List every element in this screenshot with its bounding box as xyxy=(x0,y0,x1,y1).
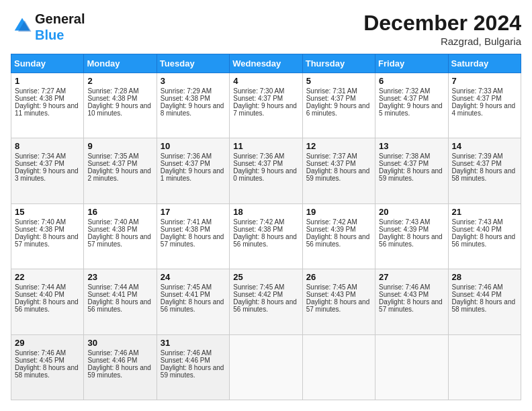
day-number: 13 xyxy=(379,141,444,151)
day-number: 29 xyxy=(15,338,80,348)
sunrise-label: Sunrise: 7:45 AM xyxy=(161,283,212,291)
table-cell xyxy=(302,334,375,400)
sunset-label: Sunset: 4:45 PM xyxy=(15,357,64,364)
logo-general: General xyxy=(35,11,85,27)
day-number: 4 xyxy=(233,76,298,86)
sunrise-label: Sunrise: 7:42 AM xyxy=(233,218,284,226)
sunset-label: Sunset: 4:37 PM xyxy=(161,160,210,167)
day-number: 24 xyxy=(161,272,226,282)
daylight-label: Daylight: 8 hours and 57 minutes. xyxy=(15,233,79,248)
table-cell: 27 Sunrise: 7:46 AM Sunset: 4:43 PM Dayl… xyxy=(375,269,448,334)
header-friday: Friday xyxy=(375,54,448,73)
day-number: 2 xyxy=(87,76,152,86)
sunset-label: Sunset: 4:41 PM xyxy=(161,291,210,298)
day-number: 19 xyxy=(306,207,371,217)
table-cell: 4 Sunrise: 7:30 AM Sunset: 4:37 PM Dayli… xyxy=(230,73,302,138)
header-sunday: Sunday xyxy=(11,54,84,73)
sunrise-label: Sunrise: 7:41 AM xyxy=(161,218,212,226)
daylight-label: Daylight: 9 hours and 6 minutes. xyxy=(306,102,370,117)
sunset-label: Sunset: 4:39 PM xyxy=(379,226,429,233)
sunset-label: Sunset: 4:37 PM xyxy=(87,160,137,167)
day-number: 8 xyxy=(15,141,80,151)
table-cell: 30 Sunrise: 7:46 AM Sunset: 4:46 PM Dayl… xyxy=(84,334,157,400)
daylight-label: Daylight: 8 hours and 59 minutes. xyxy=(87,364,151,379)
sunset-label: Sunset: 4:42 PM xyxy=(233,291,283,298)
logo: General Blue xyxy=(11,11,85,43)
sunrise-label: Sunrise: 7:40 AM xyxy=(15,218,66,226)
daylight-label: Daylight: 8 hours and 59 minutes. xyxy=(161,364,224,379)
table-cell: 22 Sunrise: 7:44 AM Sunset: 4:40 PM Dayl… xyxy=(11,269,84,334)
table-cell: 23 Sunrise: 7:44 AM Sunset: 4:41 PM Dayl… xyxy=(84,269,157,334)
daylight-label: Daylight: 8 hours and 58 minutes. xyxy=(452,167,516,182)
sunrise-label: Sunrise: 7:30 AM xyxy=(233,87,284,95)
day-number: 5 xyxy=(306,76,371,86)
table-cell: 20 Sunrise: 7:43 AM Sunset: 4:39 PM Dayl… xyxy=(375,203,448,269)
daylight-label: Daylight: 9 hours and 11 minutes. xyxy=(15,102,79,117)
sunrise-label: Sunrise: 7:44 AM xyxy=(87,283,138,291)
day-number: 30 xyxy=(87,338,152,348)
day-number: 3 xyxy=(161,76,226,86)
sunrise-label: Sunrise: 7:46 AM xyxy=(87,349,138,357)
location: Razgrad, Bulgaria xyxy=(363,36,521,47)
sunrise-label: Sunrise: 7:43 AM xyxy=(379,218,430,226)
header-monday: Monday xyxy=(84,54,157,73)
daylight-label: Daylight: 8 hours and 56 minutes. xyxy=(452,233,516,248)
day-number: 7 xyxy=(452,76,517,86)
sunrise-label: Sunrise: 7:40 AM xyxy=(87,218,138,226)
sunset-label: Sunset: 4:37 PM xyxy=(233,95,283,102)
daylight-label: Daylight: 9 hours and 4 minutes. xyxy=(452,102,516,117)
day-number: 20 xyxy=(379,207,444,217)
sunrise-label: Sunrise: 7:36 AM xyxy=(161,152,212,160)
sunrise-label: Sunrise: 7:36 AM xyxy=(233,152,284,160)
sunrise-label: Sunrise: 7:45 AM xyxy=(233,283,284,291)
table-cell xyxy=(375,334,448,400)
daylight-label: Daylight: 8 hours and 56 minutes. xyxy=(379,233,443,248)
daylight-label: Daylight: 9 hours and 0 minutes. xyxy=(233,167,297,182)
daylight-label: Daylight: 9 hours and 7 minutes. xyxy=(233,102,297,117)
sunset-label: Sunset: 4:37 PM xyxy=(452,160,502,167)
day-number: 17 xyxy=(161,207,226,217)
table-cell: 1 Sunrise: 7:27 AM Sunset: 4:38 PM Dayli… xyxy=(11,73,84,138)
sunset-label: Sunset: 4:37 PM xyxy=(379,160,429,167)
day-number: 12 xyxy=(306,141,371,151)
table-cell: 21 Sunrise: 7:43 AM Sunset: 4:40 PM Dayl… xyxy=(448,203,521,269)
table-cell: 24 Sunrise: 7:45 AM Sunset: 4:41 PM Dayl… xyxy=(157,269,229,334)
day-number: 31 xyxy=(161,338,226,348)
sunrise-label: Sunrise: 7:32 AM xyxy=(379,87,430,95)
daylight-label: Daylight: 8 hours and 56 minutes. xyxy=(161,298,224,313)
day-number: 10 xyxy=(161,141,226,151)
header-thursday: Thursday xyxy=(302,54,375,73)
daylight-label: Daylight: 9 hours and 3 minutes. xyxy=(15,167,79,182)
day-number: 18 xyxy=(233,207,298,217)
calendar-header-row: Sunday Monday Tuesday Wednesday Thursday… xyxy=(11,54,521,73)
sunset-label: Sunset: 4:38 PM xyxy=(15,226,64,233)
sunrise-label: Sunrise: 7:46 AM xyxy=(379,283,430,291)
sunrise-label: Sunrise: 7:27 AM xyxy=(15,87,66,95)
header-tuesday: Tuesday xyxy=(157,54,229,73)
table-cell: 3 Sunrise: 7:29 AM Sunset: 4:38 PM Dayli… xyxy=(157,73,229,138)
sunrise-label: Sunrise: 7:35 AM xyxy=(87,152,138,160)
daylight-label: Daylight: 8 hours and 58 minutes. xyxy=(15,364,79,379)
sunset-label: Sunset: 4:38 PM xyxy=(15,95,64,102)
table-cell: 9 Sunrise: 7:35 AM Sunset: 4:37 PM Dayli… xyxy=(84,138,157,203)
table-cell: 28 Sunrise: 7:46 AM Sunset: 4:44 PM Dayl… xyxy=(448,269,521,334)
sunrise-label: Sunrise: 7:43 AM xyxy=(452,218,503,226)
daylight-label: Daylight: 9 hours and 2 minutes. xyxy=(87,167,151,182)
logo-blue: Blue xyxy=(35,27,85,43)
table-cell: 11 Sunrise: 7:36 AM Sunset: 4:37 PM Dayl… xyxy=(230,138,302,203)
sunset-label: Sunset: 4:43 PM xyxy=(379,291,429,298)
table-cell: 7 Sunrise: 7:33 AM Sunset: 4:37 PM Dayli… xyxy=(448,73,521,138)
sunset-label: Sunset: 4:41 PM xyxy=(87,291,137,298)
sunset-label: Sunset: 4:38 PM xyxy=(161,226,210,233)
table-cell: 6 Sunrise: 7:32 AM Sunset: 4:37 PM Dayli… xyxy=(375,73,448,138)
sunset-label: Sunset: 4:37 PM xyxy=(306,160,356,167)
table-cell: 8 Sunrise: 7:34 AM Sunset: 4:37 PM Dayli… xyxy=(11,138,84,203)
table-cell: 2 Sunrise: 7:28 AM Sunset: 4:38 PM Dayli… xyxy=(84,73,157,138)
daylight-label: Daylight: 8 hours and 56 minutes. xyxy=(87,298,151,313)
sunrise-label: Sunrise: 7:42 AM xyxy=(306,218,357,226)
table-cell: 18 Sunrise: 7:42 AM Sunset: 4:38 PM Dayl… xyxy=(230,203,302,269)
table-cell: 31 Sunrise: 7:46 AM Sunset: 4:46 PM Dayl… xyxy=(157,334,229,400)
day-number: 15 xyxy=(15,207,80,217)
daylight-label: Daylight: 8 hours and 56 minutes. xyxy=(233,233,297,248)
day-number: 23 xyxy=(87,272,152,282)
